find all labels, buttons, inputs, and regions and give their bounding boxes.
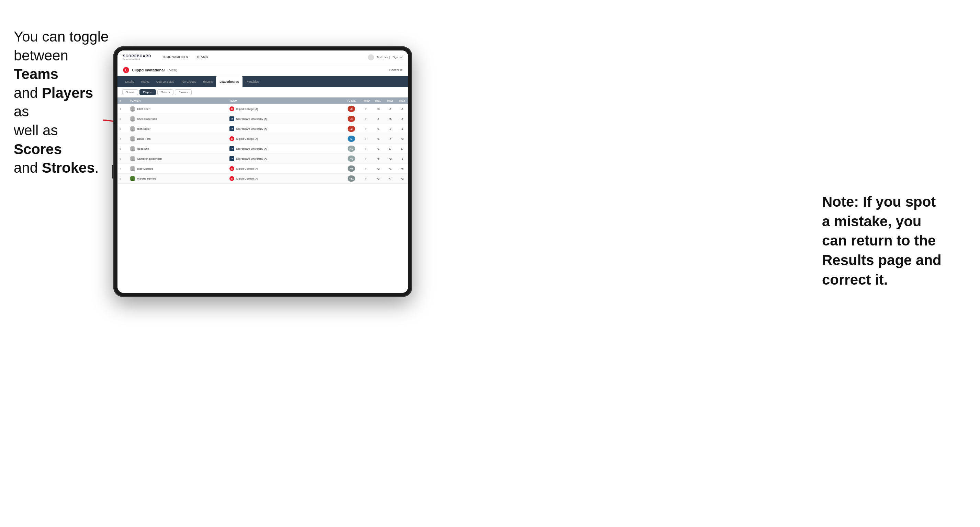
cell-total: -4 [343,114,360,124]
table-row: 6 Cameron Robertson SB Scoreboard Univer… [118,154,408,164]
cell-team: SB Scoreboard University [A] [228,154,343,164]
team-logo-sb: SB [229,126,234,131]
svg-point-14 [130,169,135,171]
cell-rd3: -1 [396,154,408,164]
score-badge: E [348,136,355,142]
tab-printables[interactable]: Printables [242,76,262,87]
cell-total: +6 [343,154,360,164]
sign-out-link[interactable]: Sign out [393,56,402,59]
cell-rank: 2 [118,114,128,124]
cell-rd3: E [396,144,408,154]
cell-rank: 7 [118,164,128,174]
cell-player: Chris Robertson [128,114,228,124]
cell-rank: 5 [118,144,128,154]
cell-thru: F [360,114,372,124]
cell-rd1: +1 [372,144,384,154]
toggle-teams[interactable]: Teams [122,89,138,95]
player-name: Marcus Turners [137,177,156,180]
team-logo-sb: SB [229,156,234,161]
cell-rd1: +2 [372,164,384,174]
cell-rd2: +2 [384,154,396,164]
cell-rank: 4 [118,134,128,144]
cell-rd1: +2 [372,174,384,184]
nav-right: Test User | Sign out [368,54,402,60]
table-row: 3 Rich Butler SB Scoreboard University [… [118,124,408,134]
cell-total: -8 [343,104,360,114]
svg-point-8 [130,140,135,141]
toggle-strokes[interactable]: Strokes [175,89,192,95]
nav-tab-teams[interactable]: TEAMS [192,51,212,64]
svg-point-9 [131,147,134,149]
cell-team: C Clippd College [A] [228,164,343,174]
score-badge: -2 [348,125,355,132]
cell-rd3: +2 [396,174,408,184]
right-annotation: Note: If you spot a mistake, you can ret… [822,192,966,289]
player-avatar [130,176,135,181]
cell-team: SB Scoreboard University [A] [228,114,343,124]
tab-results[interactable]: Results [200,76,216,87]
cell-thru: F [360,174,372,184]
tab-leaderboards[interactable]: Leaderboards [216,76,242,87]
user-label: Test User | [377,56,390,59]
col-thru: THRU [360,97,372,104]
cancel-button[interactable]: Cancel ✕ [389,68,402,72]
team-logo-clippd: C [229,106,234,111]
toggle-row: Teams Players Scores Strokes [118,87,408,97]
toggle-players[interactable]: Players [140,89,156,95]
cell-player: Cameron Robertson [128,154,228,164]
cell-total: +9 [343,164,360,174]
score-badge: -8 [348,106,355,112]
nav-tabs: TOURNAMENTS TEAMS [158,51,368,64]
tournament-title: C Clippd Invitational (Men) [123,67,177,73]
svg-point-5 [131,127,134,129]
team-logo-sb: SB [229,146,234,151]
tab-course-setup[interactable]: Course Setup [153,76,178,87]
col-rd1: RD1 [372,97,384,104]
table-row: 4 David Ford C Clippd College [A] E F +1… [118,134,408,144]
team-name: Clippd College [A] [236,137,258,140]
nav-tab-tournaments[interactable]: TOURNAMENTS [158,51,192,64]
cell-rd3: +3 [396,134,408,144]
team-logo-clippd: C [229,176,234,181]
player-avatar [130,136,135,141]
svg-point-4 [130,119,135,122]
cell-total: +1 [343,144,360,154]
player-avatar [130,156,135,161]
player-avatar [130,166,135,171]
player-name: Cameron Robertson [137,157,162,160]
cell-rd1: +3 [372,104,384,114]
cell-total: +11 [343,174,360,184]
cell-rd3: -1 [396,124,408,134]
tab-tee-groups[interactable]: Tee Groups [178,76,200,87]
cell-rank: 6 [118,154,128,164]
svg-point-3 [131,117,134,119]
cell-team: C Clippd College [A] [228,174,343,184]
cell-rd1: +1 [372,134,384,144]
score-badge: +9 [348,165,355,171]
tab-teams[interactable]: Teams [137,76,153,87]
col-rd3: RD3 [396,97,408,104]
player-name: Rich Butler [137,127,150,130]
svg-point-15 [131,176,134,179]
player-name: David Ford [137,137,150,140]
table-header-row: # PLAYER TEAM TOTAL THRU RD1 RD2 RD3 [118,97,408,104]
cell-rank: 1 [118,104,128,114]
cell-player: David Ford [128,134,228,144]
logo-text: SCOREBOARD [123,54,151,58]
cell-rd1: -5 [372,114,384,124]
cell-total: -2 [343,124,360,134]
team-logo-clippd: C [229,166,234,171]
cell-rank: 3 [118,124,128,134]
team-logo-sb: SB [229,116,234,121]
logo-sub: Powered by clippd [123,58,151,60]
tournament-header: C Clippd Invitational (Men) Cancel ✕ [118,64,408,76]
tab-details[interactable]: Details [122,76,137,87]
cell-rank: 8 [118,174,128,184]
team-name: Scoreboard University [A] [236,117,267,121]
col-rd2: RD2 [384,97,396,104]
svg-point-10 [130,149,135,151]
svg-point-12 [130,159,135,161]
tournament-name: Clippd Invitational [132,68,164,72]
toggle-scores[interactable]: Scores [158,89,173,95]
score-badge: -4 [348,116,355,122]
